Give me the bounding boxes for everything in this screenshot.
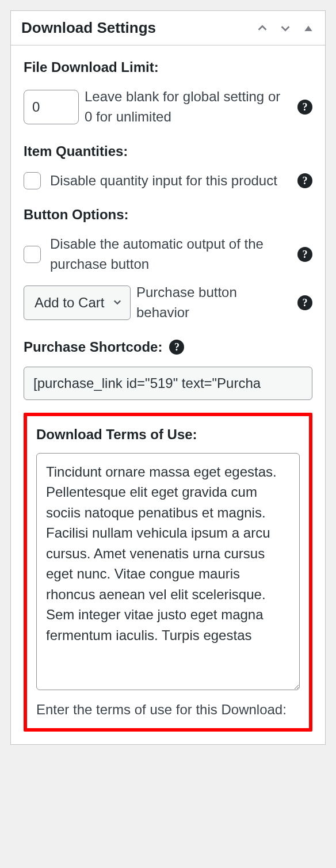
metabox-body: File Download Limit: Leave blank for glo…: [11, 45, 325, 744]
move-up-icon[interactable]: [256, 22, 269, 35]
disable-purchase-button-label: Disable the automatic output of the purc…: [50, 234, 292, 275]
toggle-panel-icon[interactable]: [302, 22, 315, 35]
disable-quantity-label: Disable quantity input for this product: [50, 171, 292, 191]
download-settings-metabox: Download Settings File Download Limit: L…: [10, 10, 326, 745]
help-icon[interactable]: ?: [297, 295, 312, 310]
help-icon[interactable]: ?: [297, 173, 312, 188]
file-download-limit-input[interactable]: [24, 90, 79, 124]
metabox-header: Download Settings: [11, 11, 325, 45]
file-download-limit-desc: Leave blank for global setting or 0 for …: [85, 87, 292, 127]
disable-quantity-checkbox[interactable]: [24, 172, 41, 189]
purchase-shortcode-input[interactable]: [24, 367, 312, 400]
purchase-button-behavior-desc: Purchase button behavior: [136, 283, 292, 323]
item-quantities-label: Item Quantities:: [24, 143, 312, 159]
metabox-title: Download Settings: [21, 19, 156, 37]
purchase-shortcode-label: Purchase Shortcode:: [24, 339, 162, 355]
help-icon[interactable]: ?: [169, 340, 184, 355]
help-icon[interactable]: ?: [297, 100, 312, 115]
button-options-label: Button Options:: [24, 207, 312, 223]
help-icon[interactable]: ?: [297, 247, 312, 262]
terms-highlight-box: Download Terms of Use: Enter the terms o…: [24, 413, 312, 732]
svg-marker-0: [304, 25, 312, 31]
terms-of-use-textarea[interactable]: [36, 453, 300, 690]
purchase-button-behavior-select[interactable]: Add to Cart: [24, 285, 131, 320]
terms-of-use-label: Download Terms of Use:: [36, 427, 300, 443]
move-down-icon[interactable]: [279, 22, 292, 35]
terms-of-use-hint: Enter the terms of use for this Download…: [36, 702, 300, 718]
file-download-limit-label: File Download Limit:: [24, 59, 312, 75]
header-controls: [256, 22, 315, 35]
disable-purchase-button-checkbox[interactable]: [24, 246, 41, 263]
